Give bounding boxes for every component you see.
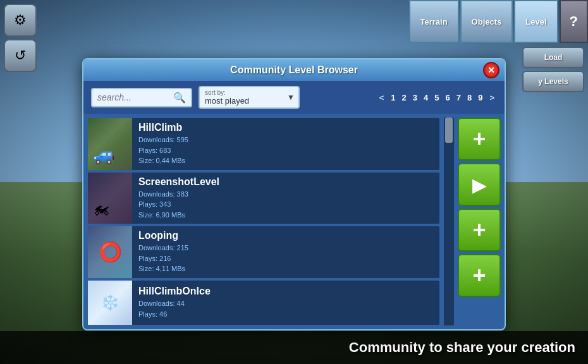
objects-button[interactable]: Objects [460, 0, 513, 43]
play-button[interactable]: ▶ [458, 163, 501, 206]
list-item[interactable]: HillClimbDownloads: 595 Plays: 683 Size:… [87, 118, 440, 171]
page-6[interactable]: 6 [443, 92, 451, 103]
community-level-browser-modal: Community Level Browser ✕ 🔍 sort by: mos… [82, 58, 506, 331]
modal-title: Community Level Browser [230, 64, 358, 76]
list-item[interactable]: ScreenshotLevelDownloads: 383 Plays: 343… [87, 172, 440, 225]
sort-value: most played [205, 96, 293, 106]
scrollbar-thumb[interactable] [445, 118, 453, 143]
page-2[interactable]: 2 [400, 92, 408, 103]
next-page-button[interactable]: > [487, 92, 497, 104]
list-scrollbar[interactable] [444, 118, 454, 325]
left-sidebar: ⚙ ↺ [0, 0, 43, 76]
status-bar: Community to share your creation [0, 331, 588, 364]
add-button-1[interactable]: + [458, 118, 501, 161]
list-item[interactable]: HillClimbOnIceDownloads: 44 Plays: 46 [87, 280, 440, 325]
level-name: HillClimb [138, 122, 188, 133]
page-5[interactable]: 5 [432, 92, 441, 103]
terrain-button[interactable]: Terrain [409, 0, 459, 43]
level-info: LoopingDownloads: 215 Plays: 216 Size: 4… [132, 226, 195, 278]
list-item[interactable]: LoopingDownloads: 215 Plays: 216 Size: 4… [87, 226, 440, 279]
page-7[interactable]: 7 [455, 92, 463, 103]
search-icon: 🔍 [173, 92, 186, 104]
level-thumbnail [88, 281, 132, 325]
status-text: Community to share your creation [349, 339, 575, 356]
level-list: HillClimbDownloads: 595 Plays: 683 Size:… [87, 118, 440, 325]
modal-controls: 🔍 sort by: most played ▼ < 1 2 3 4 5 6 7… [83, 81, 505, 114]
page-1[interactable]: 1 [389, 92, 397, 103]
level-thumbnail [88, 226, 132, 278]
pagination: < 1 2 3 4 5 6 7 8 9 > [377, 92, 497, 104]
modal-titlebar: Community Level Browser ✕ [83, 59, 505, 81]
level-info: HillClimbDownloads: 595 Plays: 683 Size:… [132, 118, 195, 170]
level-name: ScreenshotLevel [138, 176, 219, 188]
page-3[interactable]: 3 [411, 92, 419, 103]
right-panel: Load y Levels [518, 43, 588, 96]
page-9[interactable]: 9 [476, 92, 484, 103]
level-stats: Downloads: 44 Plays: 46 [138, 298, 211, 319]
level-stats: Downloads: 383 Plays: 343 Size: 6,90 MBs [138, 189, 219, 221]
page-4[interactable]: 4 [422, 92, 430, 103]
page-8[interactable]: 8 [465, 92, 474, 103]
gear-icon: ⚙ [14, 12, 27, 28]
level-info: HillClimbOnIceDownloads: 44 Plays: 46 [132, 281, 217, 325]
top-toolbar: Terrain Objects Level ? [408, 0, 589, 43]
refresh-icon: ↺ [15, 47, 26, 64]
help-button[interactable]: ? [560, 0, 588, 43]
prev-page-button[interactable]: < [377, 92, 387, 104]
level-name: Looping [138, 230, 188, 241]
refresh-button[interactable]: ↺ [4, 39, 37, 72]
action-buttons: + ▶ + + [458, 118, 501, 325]
level-name: HillClimbOnIce [138, 286, 211, 297]
modal-list-area: HillClimbDownloads: 595 Plays: 683 Size:… [83, 114, 505, 329]
level-stats: Downloads: 595 Plays: 683 Size: 0,44 MBs [138, 135, 188, 166]
modal-close-button[interactable]: ✕ [483, 62, 499, 78]
level-info: ScreenshotLevelDownloads: 383 Plays: 343… [132, 173, 226, 224]
level-thumbnail [88, 118, 132, 170]
my-levels-button[interactable]: y Levels [522, 71, 584, 92]
add-button-2[interactable]: + [458, 209, 501, 252]
add-button-3[interactable]: + [458, 254, 501, 297]
level-button[interactable]: Level [514, 0, 558, 43]
sort-dropdown[interactable]: sort by: most played ▼ [199, 86, 300, 109]
level-thumbnail [88, 173, 132, 224]
search-box[interactable]: 🔍 [91, 88, 192, 107]
sort-arrow-icon: ▼ [287, 93, 295, 102]
load-button[interactable]: Load [522, 47, 584, 68]
search-input[interactable] [97, 92, 171, 102]
gear-button[interactable]: ⚙ [4, 4, 37, 37]
level-stats: Downloads: 215 Plays: 216 Size: 4,11 MBs [138, 243, 188, 274]
sort-label: sort by: [205, 89, 293, 96]
